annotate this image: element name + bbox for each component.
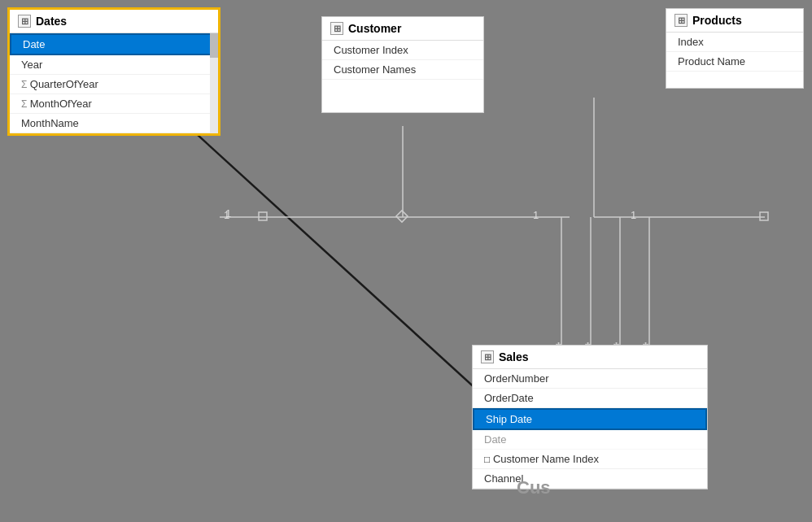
customer-table-header: ⊞ Customer	[322, 17, 483, 41]
products-field-index[interactable]: Index	[666, 33, 803, 52]
sales-field-customernameindex[interactable]: □ Customer Name Index	[473, 450, 707, 469]
one-label-dates: 1	[225, 207, 231, 220]
products-table-spacer	[666, 72, 803, 88]
svg-rect-7	[760, 212, 768, 220]
sales-field-ordernumber[interactable]: OrderNumber	[473, 369, 707, 389]
sales-table: ⊞ Sales OrderNumber OrderDate Ship Date …	[472, 345, 708, 489]
dates-field-monthofyear[interactable]: MonthOfYear	[10, 94, 218, 114]
products-table-header: ⊞ Products	[666, 9, 803, 33]
products-field-productname[interactable]: Product Name	[666, 52, 803, 72]
products-table-icon: ⊞	[674, 14, 688, 27]
sales-table-icon: ⊞	[481, 350, 494, 363]
dates-table-scroll-area[interactable]: Date Year QuarterOfYear MonthOfYear Mont…	[10, 33, 218, 133]
products-table: ⊞ Products Index Product Name	[666, 8, 804, 89]
dates-field-date[interactable]: Date	[10, 33, 218, 55]
customer-table-spacer	[322, 80, 483, 112]
svg-rect-2	[259, 212, 267, 220]
partial-cus-label: Cus	[517, 477, 582, 502]
relation-label-customer-right: 1	[631, 209, 636, 221]
sales-table-title: Sales	[499, 350, 529, 363]
sales-field-date[interactable]: Date	[473, 430, 707, 450]
dates-scrollbar-track[interactable]	[210, 33, 218, 133]
dates-table-title: Dates	[36, 15, 67, 28]
customer-field-names[interactable]: Customer Names	[322, 60, 483, 80]
dates-field-quarterofyear[interactable]: QuarterOfYear	[10, 75, 218, 94]
customer-field-index[interactable]: Customer Index	[322, 41, 483, 60]
cursor-icon: □	[484, 454, 490, 465]
customer-table-title: Customer	[348, 22, 401, 35]
dates-field-monthname[interactable]: MonthName	[10, 114, 218, 133]
customer-table: ⊞ Customer Customer Index Customer Names	[321, 16, 484, 113]
sales-table-header: ⊞ Sales	[473, 346, 707, 369]
relation-label-customer-left: 1	[533, 209, 539, 221]
sales-field-shipdate[interactable]: Ship Date	[473, 408, 707, 430]
sales-field-orderdate[interactable]: OrderDate	[473, 389, 707, 408]
dates-scrollbar-thumb[interactable]	[210, 33, 218, 58]
dates-table-header: ⊞ Dates	[10, 10, 218, 33]
products-table-title: Products	[692, 14, 742, 27]
svg-rect-4	[396, 211, 408, 222]
dates-field-year[interactable]: Year	[10, 55, 218, 75]
dates-table: ⊞ Dates Date Year QuarterOfYear MonthOfY…	[8, 8, 220, 135]
customer-table-icon: ⊞	[330, 22, 343, 35]
sales-field-channel[interactable]: Channel	[473, 469, 707, 489]
dates-table-icon: ⊞	[18, 15, 31, 28]
